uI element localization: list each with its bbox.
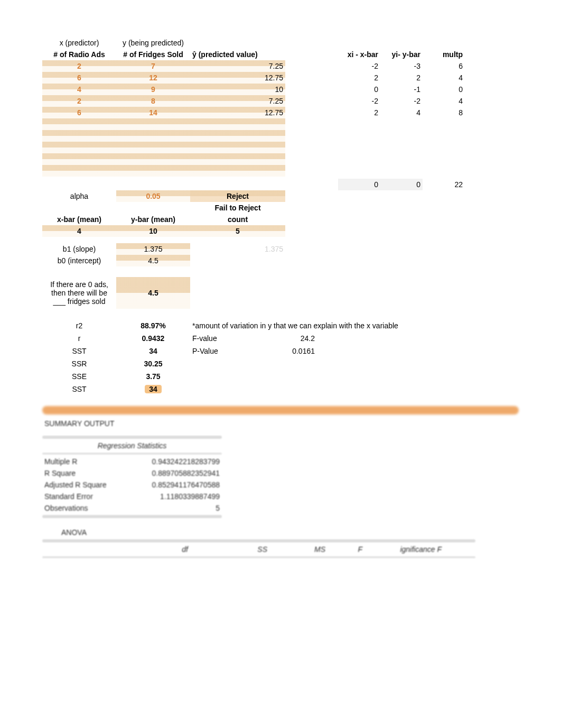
multp-value: 0 <box>423 84 465 95</box>
r2-note: *amount of variation in y that we can ex… <box>190 320 433 331</box>
b1-value: 1.375 <box>116 243 190 255</box>
ssr-row: SSR 30.25 <box>42 357 519 370</box>
decision-fail: Fail to Reject <box>190 202 285 214</box>
count-label: count <box>190 214 285 225</box>
data-header-row: # of Radio Ads # of Fridges Sold ŷ (pred… <box>42 49 519 60</box>
sst2-label: SST <box>42 383 116 395</box>
ybar-label: y-bar (mean) <box>116 214 190 225</box>
multp-value: 8 <box>423 107 465 118</box>
yhat-header: ŷ (predicted value) <box>190 49 285 60</box>
x-predictor-label: x (predictor) <box>42 37 116 49</box>
f-value: 24.2 <box>243 333 317 344</box>
regression-row: Observations5 <box>42 502 222 514</box>
yhat-value: 7.25 <box>190 60 285 72</box>
sse-value: 3.75 <box>116 371 190 382</box>
alpha-row: alpha 0.05 Reject <box>42 190 519 202</box>
reg-bottom-bar <box>42 515 222 518</box>
x-value: 6 <box>42 72 116 84</box>
anova-ss: SS <box>190 543 269 555</box>
dx-value: 0 <box>338 84 380 95</box>
b1-row: b1 (slope) 1.375 1.375 <box>42 243 519 255</box>
regression-row: Adjusted R Square0.852941176470588 <box>42 479 222 491</box>
dx-sum: 0 <box>338 179 380 190</box>
means-values-row: 4 10 5 <box>42 225 519 237</box>
reg-stat-label: Multiple R <box>42 456 127 467</box>
data-row: 61212.75224 <box>42 72 519 84</box>
empty-data-row <box>42 142 519 153</box>
b0-row: b0 (intercept) 4.5 <box>42 255 519 266</box>
reg-mid-bar <box>42 453 222 455</box>
dy-value: 2 <box>380 72 423 84</box>
empty-data-row <box>42 165 519 177</box>
empty-data-row <box>42 130 519 142</box>
regression-row: R Square0.889705882352941 <box>42 467 222 479</box>
interp-value: 4.5 <box>116 277 190 309</box>
anova-top-bar <box>42 539 475 542</box>
interp-row: If there are 0 ads, then there will be _… <box>42 277 519 309</box>
alpha-value: 0.05 <box>116 190 190 202</box>
anova-df: df <box>127 543 190 555</box>
reg-stat-label: Observations <box>42 502 127 514</box>
summary-output-title-row: SUMMARY OUTPUT <box>42 418 519 429</box>
reg-top-bar <box>42 436 222 439</box>
reg-stat-label: Standard Error <box>42 491 127 502</box>
y-value: 14 <box>116 107 190 118</box>
dx-value: -2 <box>338 60 380 72</box>
anova-title: ANOVA <box>42 527 106 538</box>
dy-value: -1 <box>380 84 423 95</box>
dy-value: -2 <box>380 95 423 107</box>
anova-mid-bar <box>42 556 475 558</box>
reg-header-row: Regression Statistics <box>42 440 222 451</box>
dy-value: -3 <box>380 60 423 72</box>
summary-output-title: SUMMARY OUTPUT <box>42 418 201 429</box>
interp-label: If there are 0 ads, then there will be _… <box>42 280 116 306</box>
f-label: F-value <box>190 333 243 344</box>
multp-value: 6 <box>423 60 465 72</box>
yi-ybar-header: yi- y-bar <box>380 49 423 60</box>
xbar-label: x-bar (mean) <box>42 214 116 225</box>
x-header: # of Radio Ads <box>42 49 116 60</box>
yhat-value: 12.75 <box>190 72 285 84</box>
p-label: P-Value <box>190 345 243 357</box>
dy-sum: 0 <box>380 179 423 190</box>
reg-stat-value: 1.1180339887499 <box>127 491 222 502</box>
sst-row: SST 34 P-Value 0.0161 <box>42 345 519 357</box>
sst2-value: 34 <box>116 383 190 395</box>
empty-data-row <box>42 153 519 165</box>
data-row: 61412.75248 <box>42 107 519 118</box>
data-row: 277.25-2-36 <box>42 60 519 72</box>
count-value: 5 <box>190 225 285 237</box>
y-value: 8 <box>116 95 190 107</box>
r-row: r 0.9432 F-value 24.2 <box>42 332 519 345</box>
predictor-label-row: x (predictor) y (being predicted) <box>42 37 519 49</box>
ssr-label: SSR <box>42 358 116 370</box>
sse-row: SSE 3.75 <box>42 370 519 383</box>
dx-value: 2 <box>338 107 380 118</box>
x-value: 2 <box>42 60 116 72</box>
regression-row: Multiple R0.943242218283799 <box>42 456 222 467</box>
yhat-value: 7.25 <box>190 95 285 107</box>
decision-reject: Reject <box>190 190 285 202</box>
y-value: 9 <box>116 84 190 95</box>
dy-value: 4 <box>380 107 423 118</box>
y-value: 7 <box>116 60 190 72</box>
y-value: 12 <box>116 72 190 84</box>
multp-value: 4 <box>423 72 465 84</box>
reg-stat-value: 0.943242218283799 <box>127 456 222 467</box>
dx-value: 2 <box>338 72 380 84</box>
b0-label: b0 (intercept) <box>42 255 116 266</box>
r-label: r <box>42 333 116 344</box>
reg-stat-label: Adjusted R Square <box>42 479 127 491</box>
multp-header: multp <box>423 49 465 60</box>
sst-value: 34 <box>116 345 190 357</box>
y-header: # of Fridges Sold <box>116 49 190 60</box>
xbar-value: 4 <box>42 225 116 237</box>
x-value: 2 <box>42 95 116 107</box>
ybar-value: 10 <box>116 225 190 237</box>
regression-row: Standard Error1.1180339887499 <box>42 491 222 502</box>
means-header-row: x-bar (mean) y-bar (mean) count <box>42 214 519 225</box>
b1-faded: 1.375 <box>190 243 285 255</box>
sst2-row: SST 34 <box>42 383 519 395</box>
fail-reject-row: Fail to Reject <box>42 202 519 214</box>
sst-label: SST <box>42 345 116 357</box>
